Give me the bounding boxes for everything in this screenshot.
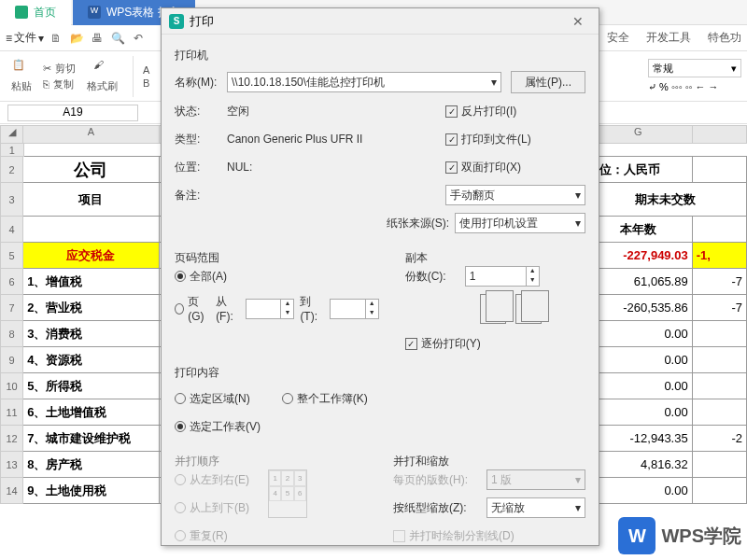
row-1[interactable]: 1 bbox=[0, 144, 24, 157]
row-6[interactable]: 6 bbox=[0, 269, 23, 295]
font-a[interactable]: A bbox=[143, 64, 149, 76]
print-to-file-checkbox[interactable]: 打印到文件(L) bbox=[445, 129, 585, 149]
from-spinner[interactable]: ▲▼ bbox=[246, 299, 294, 319]
order-preview-icon: 123456 bbox=[268, 469, 307, 518]
mirror-checkbox[interactable]: 反片打印(I) bbox=[445, 101, 585, 121]
brush-icon: 🖌 bbox=[93, 59, 112, 77]
number-format-select[interactable]: 常规▾ bbox=[648, 59, 741, 77]
format-painter-button[interactable]: 🖌 格式刷 bbox=[81, 57, 123, 95]
cell-year-hdr[interactable]: 本年数 bbox=[584, 217, 692, 243]
watermark: W WPS学院 bbox=[618, 517, 741, 554]
properties-button[interactable]: 属性(P)... bbox=[511, 71, 585, 93]
cell-r6g2[interactable]: -7 bbox=[693, 269, 747, 295]
content-workbook-radio[interactable]: 整个工作簿(K) bbox=[282, 391, 368, 407]
cut-button[interactable]: ✂ 剪切 bbox=[43, 62, 76, 76]
cell-r11g[interactable]: 0.00 bbox=[584, 399, 692, 426]
print-icon[interactable]: 🖶 bbox=[89, 30, 106, 47]
row-2[interactable]: 2 bbox=[0, 157, 23, 183]
cell-r11a[interactable]: 6、土地增值税 bbox=[23, 399, 159, 426]
comment-label: 备注: bbox=[175, 188, 227, 203]
tab-special[interactable]: 特色功 bbox=[708, 30, 741, 46]
perpage-select: 1 版▾ bbox=[486, 469, 585, 490]
paste-button[interactable]: 📋 粘贴 bbox=[6, 57, 37, 95]
row-8[interactable]: 8 bbox=[0, 321, 23, 347]
row-13[interactable]: 13 bbox=[0, 452, 23, 478]
row-5[interactable]: 5 bbox=[0, 243, 23, 269]
wrap-toggle[interactable]: ⤶ % ◦◦◦ ◦◦ ← → bbox=[648, 81, 741, 93]
col-g[interactable]: G bbox=[585, 125, 693, 144]
cell-r12g[interactable]: -12,943.35 bbox=[584, 426, 692, 452]
cell-r13g[interactable]: 4,816.32 bbox=[584, 452, 692, 478]
content-group-title: 打印内容 bbox=[175, 365, 585, 381]
content-sheet-radio[interactable]: 选定工作表(V) bbox=[175, 416, 585, 437]
row-14[interactable]: 14 bbox=[0, 478, 23, 504]
cell-tax-payable[interactable]: 应交税金 bbox=[23, 243, 159, 269]
cell-r12g2[interactable]: -2 bbox=[693, 426, 747, 452]
undo-icon[interactable]: ↶ bbox=[130, 30, 147, 47]
cell-r5g2[interactable]: -1, bbox=[693, 243, 747, 269]
tab-safe[interactable]: 安全 bbox=[607, 30, 629, 46]
range-all-radio[interactable]: 全部(A) bbox=[175, 266, 379, 287]
wps-sheet-icon: S bbox=[169, 14, 184, 29]
new-icon[interactable]: 🗎 bbox=[48, 30, 64, 47]
order-ltr-radio: 从左到右(E) bbox=[175, 469, 249, 490]
content-selection-radio[interactable]: 选定区域(N) bbox=[175, 391, 250, 407]
cell-r6g[interactable]: 61,065.89 bbox=[584, 269, 692, 295]
duplex-checkbox[interactable]: 双面打印(X) bbox=[445, 157, 585, 177]
to-spinner[interactable]: ▲▼ bbox=[330, 299, 378, 319]
paper-source-select[interactable]: 使用打印机设置▾ bbox=[455, 213, 585, 233]
flip-select[interactable]: 手动翻页▾ bbox=[445, 185, 585, 205]
status-value: 空闲 bbox=[227, 104, 249, 119]
row-10[interactable]: 10 bbox=[0, 373, 23, 399]
cell-r9a[interactable]: 4、资源税 bbox=[23, 347, 159, 373]
menu-file[interactable]: ≡ 文件 ▾ bbox=[6, 30, 44, 46]
row-3[interactable]: 3 bbox=[0, 183, 23, 217]
cell-title[interactable]: 公司 bbox=[23, 157, 159, 183]
range-pages-radio[interactable]: 页(G) bbox=[175, 294, 210, 323]
row-12[interactable]: 12 bbox=[0, 426, 23, 452]
printer-select[interactable]: \\10.10.18.150\佳能总控打印机▾ bbox=[227, 72, 501, 92]
cell-r8g[interactable]: 0.00 bbox=[584, 321, 692, 347]
cell-r10a[interactable]: 5、所得税 bbox=[23, 373, 159, 399]
tab-home[interactable]: 首页 bbox=[0, 0, 71, 25]
select-all[interactable]: ◢ bbox=[0, 125, 23, 144]
open-icon[interactable]: 📂 bbox=[68, 30, 85, 47]
cell-address-input[interactable]: A19 bbox=[7, 105, 138, 121]
cell-r14g[interactable]: 0.00 bbox=[584, 478, 692, 504]
papersize-select[interactable]: 无缩放▾ bbox=[486, 497, 585, 518]
cell-r7g[interactable]: -260,535.86 bbox=[584, 295, 692, 321]
close-icon[interactable]: ✕ bbox=[565, 14, 591, 29]
preview-icon[interactable]: 🔍 bbox=[109, 30, 126, 47]
cell-r5g[interactable]: -227,949.03 bbox=[584, 243, 692, 269]
order-ttb-radio: 从上到下(B) bbox=[175, 497, 249, 518]
wps-logo-icon: W bbox=[618, 517, 655, 554]
cell-r6a[interactable]: 1、增值税 bbox=[23, 269, 159, 295]
cell-r7a[interactable]: 2、营业税 bbox=[23, 295, 159, 321]
cell-r9g[interactable]: 0.00 bbox=[584, 347, 692, 373]
collate-checkbox[interactable]: 逐份打印(Y) bbox=[405, 333, 585, 354]
source-label: 纸张来源(S): bbox=[387, 216, 449, 231]
cell-r13a[interactable]: 8、房产税 bbox=[23, 452, 159, 478]
dialog-titlebar[interactable]: S 打印 ✕ bbox=[162, 8, 599, 35]
row-9[interactable]: 9 bbox=[0, 347, 23, 373]
ribbon-tabs: 安全 开发工具 特色功 bbox=[607, 30, 741, 46]
dialog-title: 打印 bbox=[190, 13, 214, 30]
cell-project-hdr[interactable]: 项目 bbox=[23, 183, 159, 217]
row-7[interactable]: 7 bbox=[0, 295, 23, 321]
cell-r10g[interactable]: 0.00 bbox=[584, 373, 692, 399]
cell-r8a[interactable]: 3、消费税 bbox=[23, 321, 159, 347]
tab-dev[interactable]: 开发工具 bbox=[646, 30, 691, 46]
papersize-label: 按纸型缩放(Z): bbox=[393, 500, 486, 516]
row-4[interactable]: 4 bbox=[0, 217, 23, 243]
cell-balance-hdr[interactable]: 期末未交数 bbox=[585, 183, 747, 217]
cell-r7g2[interactable]: -7 bbox=[693, 295, 747, 321]
cell-r12a[interactable]: 7、城市建设维护税 bbox=[23, 426, 159, 452]
col-a[interactable]: A bbox=[23, 125, 159, 144]
font-b[interactable]: B bbox=[143, 77, 149, 89]
copy-button[interactable]: ⎘ 复制 bbox=[43, 77, 76, 91]
copies-spinner[interactable]: 1▲▼ bbox=[465, 266, 540, 287]
cell-r14a[interactable]: 9、土地使用税 bbox=[23, 478, 159, 504]
cell-unit[interactable]: 单位：人民币 bbox=[584, 157, 692, 183]
print-dialog: S 打印 ✕ 打印机 名称(M): \\10.10.18.150\佳能总控打印机… bbox=[161, 7, 599, 546]
row-11[interactable]: 11 bbox=[0, 399, 23, 426]
